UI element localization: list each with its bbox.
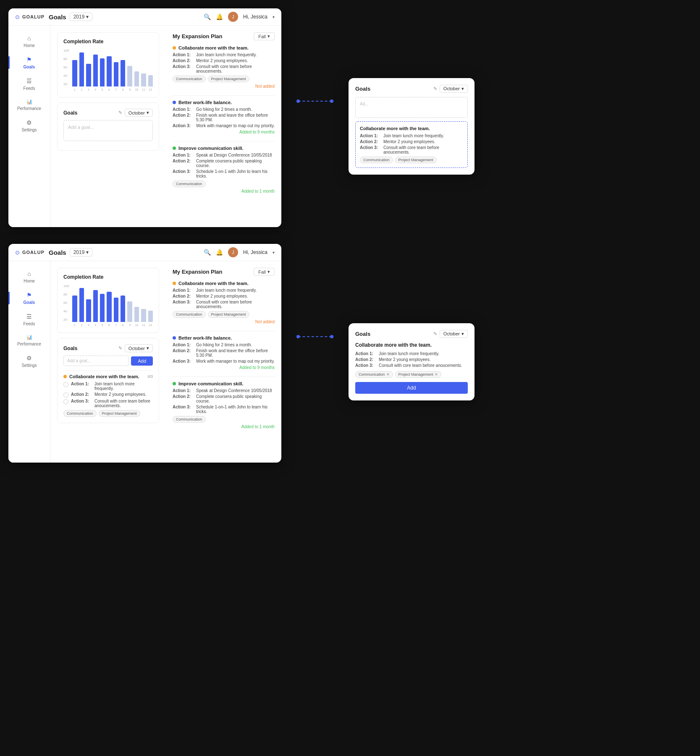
sidebar-item-performance[interactable]: 📊 Performance	[8, 95, 50, 115]
ep-status-2: Added to 9 months	[173, 130, 275, 134]
tag-comm-1: Communication	[63, 410, 97, 417]
popup-action-bottom-3: Action 3: Consult with core team before …	[355, 363, 468, 368]
ep-action-b2-1: Action 1: Go hiking for 2 times a month.	[173, 343, 275, 347]
bar-11	[141, 73, 146, 87]
popup-header-right-top: ✎ October ▾	[433, 85, 468, 93]
ep-action-2-2: Action 2: Finish work and leave the offi…	[173, 113, 275, 122]
goal-add-button[interactable]: Add	[131, 356, 153, 366]
sidebar-item-feeds-bottom[interactable]: ☰ Feeds	[8, 309, 50, 330]
search-icon[interactable]: 🔍	[204, 13, 211, 20]
popup-month-selector-top[interactable]: October ▾	[440, 85, 468, 93]
goals-edit-icon-bottom[interactable]: ✎	[118, 345, 122, 351]
sidebar-item-feeds[interactable]: ☰ Feeds	[8, 73, 50, 95]
ep-tag-comm-3: Communication	[173, 180, 206, 187]
goals-header-top: Goals ✎ October ▾	[63, 109, 153, 117]
month-label-top: October	[128, 110, 145, 115]
bar-b-3	[86, 299, 91, 322]
month-label-bottom: October	[128, 346, 145, 351]
action-check-1-2[interactable]	[63, 392, 68, 398]
sidebar-item-goals-bottom[interactable]: ⚑ Goals	[8, 288, 50, 309]
sidebar-item-goals[interactable]: ⚑ Goals	[8, 52, 50, 73]
bar-b-4	[93, 290, 98, 322]
action-check-1-3[interactable]	[63, 399, 68, 404]
popup-input-area-top[interactable]: Ad...	[355, 97, 468, 118]
popup-month-selector-bottom[interactable]: October ▾	[440, 330, 468, 338]
season-selector-bottom[interactable]: Fall ▾	[254, 268, 275, 276]
expansion-plan-bottom: My Expansion Plan Fall ▾ Collaborate mor…	[166, 261, 281, 463]
search-icon-bottom[interactable]: 🔍	[204, 249, 211, 256]
month-selector-bottom[interactable]: October ▾	[125, 344, 153, 352]
app-window-bottom: ⊙ GOALUP Goals 2019 ▾ 🔍 🔔 J Hi, Jessica …	[8, 244, 281, 463]
ep-status-3: Added to 1 month	[173, 189, 275, 194]
popup-tag-comm-top: Communication	[360, 157, 393, 163]
settings-icon-bottom: ⚙	[26, 355, 32, 361]
performance-icon-bottom: 📊	[26, 335, 32, 340]
ep-dot-1	[173, 46, 176, 50]
sidebar-item-home-bottom[interactable]: ⌂ Home	[8, 266, 50, 288]
month-selector-top[interactable]: October ▾	[125, 109, 153, 117]
ep-goal-3-title: Improve communication skill.	[173, 146, 275, 151]
bar-b-9	[127, 301, 132, 322]
bar-b-2	[79, 288, 84, 322]
ep-goal-3: Improve communication skill. Action 1: S…	[173, 141, 275, 194]
bell-icon-bottom[interactable]: 🔔	[216, 249, 223, 256]
user-menu-bottom[interactable]: Hi, Jessica	[243, 249, 267, 255]
goals-header-right-bottom: ✎ October ▾	[118, 344, 153, 352]
dashed-line-top	[298, 101, 332, 102]
ep-tag-b-comm-3: Communication	[173, 416, 206, 423]
bell-icon[interactable]: 🔔	[216, 13, 223, 20]
logo-text: GOALUP	[22, 14, 45, 19]
year-selector[interactable]: 2019 ▾	[70, 13, 93, 21]
popup-tag-pm-remove[interactable]: ✕	[435, 372, 438, 377]
goals-edit-icon-top[interactable]: ✎	[118, 110, 122, 115]
sidebar-item-performance-bottom[interactable]: 📊 Performance	[8, 330, 50, 351]
popup-input-placeholder-top: Ad...	[360, 102, 369, 106]
popup-goals-header-bottom: Goals ✎ October ▾	[355, 330, 468, 338]
sidebar-label-feeds: Feeds	[24, 86, 35, 91]
popup-title-bottom: Goals	[355, 331, 370, 337]
ep-status-b3: Added to 1 month	[173, 424, 275, 429]
goal-input-field[interactable]: Add a goal...	[63, 356, 128, 366]
ep-goal-b1-title: Collaborate more with the team.	[173, 281, 275, 286]
ep-goal-2: Better work-life balance. Action 1: Go h…	[173, 95, 275, 134]
settings-icon: ⚙	[26, 119, 32, 126]
bar-1	[72, 60, 77, 86]
bar-b-5	[100, 294, 105, 322]
chart-x-labels: 123 456 789 101112	[72, 88, 153, 91]
goal-input-area-top[interactable]: Add a goal...	[63, 120, 153, 141]
ep-action-b3-3: Action 3: Schedule 1-on-1 with John to l…	[173, 405, 275, 414]
ep-action-3-3: Action 3: Schedule 1-on-1 with John to l…	[173, 169, 275, 178]
ep-action-b2-2: Action 2: Finish work and leave the offi…	[173, 348, 275, 358]
app-body: ⌂ Home ⚑ Goals ☰ Feeds	[8, 26, 281, 227]
sidebar-label-goals-bottom: Goals	[24, 300, 35, 305]
ep-goal-b3: Improve communication skill. Action 1: S…	[173, 377, 275, 429]
user-menu[interactable]: Hi, Jessica	[243, 14, 267, 20]
popup-edit-icon-bottom[interactable]: ✎	[433, 331, 437, 337]
year-selector-bottom[interactable]: 2019 ▾	[70, 248, 93, 256]
ep-header-bottom: My Expansion Plan Fall ▾	[173, 268, 275, 276]
topbar-bottom: ⊙ GOALUP Goals 2019 ▾ 🔍 🔔 J Hi, Jessica …	[8, 244, 281, 261]
ep-tags-b3: Communication	[173, 416, 275, 423]
ep-dot-b3	[173, 382, 176, 385]
popup-tag-comm-remove[interactable]: ✕	[386, 372, 390, 377]
sidebar-item-settings[interactable]: ⚙ Settings	[8, 115, 50, 136]
action-check-1-1[interactable]	[63, 382, 68, 387]
popup-month-label-top: October	[443, 86, 460, 91]
bar-4	[93, 55, 98, 87]
popup-edit-icon-top[interactable]: ✎	[433, 86, 437, 92]
ep-tag-b-pm-1: Project Management	[208, 311, 249, 318]
season-chevron-icon-top: ▾	[267, 34, 270, 39]
ep-goal-1: Collaborate more with the team. Action 1…	[173, 45, 275, 89]
popup-header-right-bottom: ✎ October ▾	[433, 330, 468, 338]
sidebar-item-home[interactable]: ⌂ Home	[8, 31, 50, 52]
goal-counter-1: 0/3	[147, 374, 153, 379]
completion-rate-card: Completion Rate 10080604020	[57, 32, 159, 97]
popup-add-button[interactable]: Add	[355, 382, 468, 394]
action-1-2: Action 2: Mentor 2 young employees.	[63, 392, 153, 398]
sidebar-item-settings-bottom[interactable]: ⚙ Settings	[8, 351, 50, 372]
chart-y-labels: 10080604020	[63, 49, 69, 91]
ep-dot-3	[173, 146, 176, 150]
season-selector-top[interactable]: Fall ▾	[254, 32, 275, 40]
ep-action-1-3: Action 3: Consult with core team before …	[173, 64, 275, 73]
popup-panel-bottom: Goals ✎ October ▾ Collaborate more with …	[349, 323, 475, 400]
